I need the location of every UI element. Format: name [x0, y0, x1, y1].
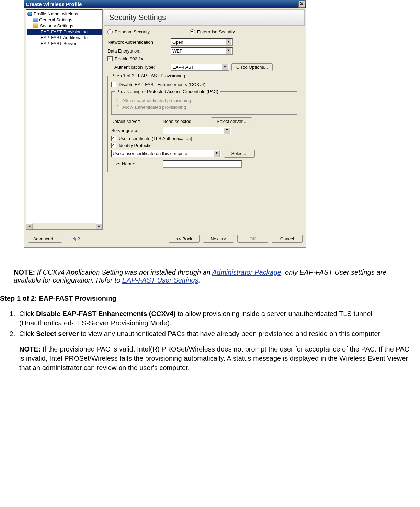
tree-scrollbar[interactable]: ◄ ►	[26, 223, 102, 229]
s2c: to view any unauthenticated PACs that ha…	[79, 330, 382, 337]
data-enc-value: WEP	[172, 48, 183, 54]
note1-p1a: If CCXv4 Application Setting was not ins…	[37, 268, 212, 276]
net-auth-select[interactable]: Open ▼	[171, 38, 233, 46]
main-pane: Security Settings Personal Security Ente…	[104, 9, 305, 230]
auth-type-label: Authentication Type:	[114, 65, 171, 70]
tree-general-label: General Settings	[39, 17, 72, 22]
personal-security-label: Personal Security	[115, 29, 150, 34]
chevron-down-icon: ▼	[224, 127, 230, 134]
use-cert-checkbox[interactable]	[111, 136, 116, 141]
allow-auth-checkbox	[115, 105, 120, 110]
s1b: Disable EAP-FAST Enhancements (CCXv4)	[36, 310, 176, 318]
link-admin-package[interactable]: Administrator Package	[212, 268, 281, 276]
tree-security-label: Security Settings	[40, 23, 73, 28]
tree-pane: Profile Name: wireless General Settings …	[26, 9, 103, 230]
step-group-title: Step 1 of 3 : EAP-FAST Provisioning	[111, 73, 186, 78]
cert-source-value: Use a user certificate on this computer	[113, 151, 189, 156]
auth-type-select[interactable]: EAP-FAST ▼	[171, 64, 229, 71]
personal-security-radio[interactable]	[107, 29, 113, 34]
tree-eap-server[interactable]: EAP-FAST Server	[27, 41, 102, 46]
page-title: Security Settings	[104, 9, 305, 26]
allow-auth-label: Allow authenticated provisioning	[122, 105, 186, 110]
ok-button: OK	[237, 235, 268, 243]
close-icon[interactable]: ✕	[298, 1, 305, 8]
tree-general[interactable]: General Settings	[27, 17, 102, 23]
footer: Advanced... Help? << Back Next >> OK Can…	[24, 231, 306, 247]
allow-unauth-checkbox	[115, 98, 120, 103]
enterprise-security-radio[interactable]	[190, 29, 195, 34]
titlebar: Create Wireless Profile ✕	[24, 0, 306, 8]
window-title: Create Wireless Profile	[26, 1, 82, 7]
form-area: Personal Security Enterprise Security Ne…	[104, 29, 305, 172]
cancel-button[interactable]: Cancel	[272, 235, 303, 243]
chevron-down-icon: ▼	[222, 64, 228, 70]
select-cert-button[interactable]: Select...	[224, 150, 255, 158]
data-enc-label: Data Encryption:	[107, 48, 171, 54]
enable-8021x-label: Enable 802.1x	[115, 56, 143, 61]
disable-ccxv4-label: Disable EAP-FAST Enhancements (CCXv4)	[118, 82, 205, 87]
use-cert-label: Use a certificate (TLS Authentication)	[118, 136, 192, 141]
advanced-button[interactable]: Advanced...	[28, 235, 62, 243]
select-server-button[interactable]: Select server...	[211, 117, 252, 125]
enterprise-security-label: Enterprise Security	[197, 29, 235, 34]
note1-label: NOTE:	[14, 268, 35, 276]
chevron-down-icon: ▼	[225, 48, 231, 54]
tree-profile-label: Profile Name: wireless	[34, 11, 78, 16]
pac-group-title: Provisioning of Protected Access Credent…	[115, 89, 220, 94]
next-button[interactable]: Next >>	[203, 235, 234, 243]
cisco-options-button[interactable]: Cisco Options...	[231, 63, 273, 71]
note-block-1: NOTE: If CCXv4 Application Setting was n…	[14, 268, 406, 284]
general-icon	[33, 18, 38, 22]
step-heading: Step 1 of 2: EAP-FAST Provisioning	[0, 295, 420, 302]
scroll-left-icon[interactable]: ◄	[26, 223, 33, 229]
s2a: Click	[19, 330, 36, 337]
chevron-down-icon: ▼	[225, 39, 231, 45]
user-name-label: User Name:	[111, 161, 163, 166]
tree-eap-server-label: EAP-FAST Server	[41, 41, 77, 46]
dialog-window: Create Wireless Profile ✕ Profile Name: …	[24, 0, 306, 248]
default-server-value: None selected.	[163, 119, 211, 124]
s2b: Select server	[36, 330, 79, 337]
tree-security[interactable]: Security Settings	[27, 23, 102, 29]
server-group-label: Server group:	[111, 128, 163, 133]
enable-8021x-checkbox[interactable]	[107, 56, 113, 61]
profile-icon	[27, 12, 32, 16]
link-eap-fast-user-settings[interactable]: EAP-FAST User Settings	[122, 276, 198, 284]
net-auth-value: Open	[172, 39, 183, 45]
step-2: Click Select server to view any unauthen…	[17, 329, 413, 372]
tree-eap-additional[interactable]: EAP-FAST Additional In	[27, 35, 102, 41]
back-button[interactable]: << Back	[169, 235, 200, 243]
s2-note-label: NOTE:	[19, 345, 41, 353]
steps-list: Click Disable EAP-FAST Enhancements (CCX…	[3, 309, 413, 372]
default-server-label: Default server:	[111, 119, 163, 124]
chevron-down-icon: ▼	[214, 150, 220, 157]
user-name-input[interactable]	[163, 160, 242, 168]
tree-eap-provisioning[interactable]: EAP-FAST Provisioning	[27, 29, 102, 35]
auth-type-value: EAP-FAST	[172, 65, 194, 70]
pac-group: Provisioning of Protected Access Credent…	[111, 89, 297, 115]
step-1: Click Disable EAP-FAST Enhancements (CCX…	[17, 309, 413, 328]
tree-eap-additional-label: EAP-FAST Additional In	[41, 35, 88, 40]
server-group-select[interactable]: ▼	[163, 127, 231, 134]
identity-protection-checkbox[interactable]	[111, 143, 116, 148]
help-link[interactable]: Help?	[68, 236, 80, 241]
disable-ccxv4-checkbox[interactable]	[111, 82, 116, 87]
identity-protection-label: Identity Protection	[118, 143, 154, 148]
scroll-right-icon[interactable]: ►	[96, 223, 102, 229]
s1a: Click	[19, 310, 36, 318]
allow-unauth-label: Allow unauthenticated provisioning	[122, 98, 191, 103]
tree-profile[interactable]: Profile Name: wireless	[27, 11, 102, 17]
note1-p1c: .	[198, 276, 201, 284]
tree-eap-provisioning-label: EAP-FAST Provisioning	[41, 29, 88, 34]
step-group: Step 1 of 3 : EAP-FAST Provisioning Disa…	[107, 73, 301, 172]
cert-source-select[interactable]: Use a user certificate on this computer …	[111, 150, 221, 157]
s2-note: If the provisioned PAC is valid, Intel(R…	[19, 345, 409, 371]
data-enc-select[interactable]: WEP ▼	[171, 47, 233, 55]
security-icon	[33, 23, 38, 28]
net-auth-label: Network Authentication:	[107, 39, 171, 45]
dialog-body: Profile Name: wireless General Settings …	[24, 8, 306, 231]
